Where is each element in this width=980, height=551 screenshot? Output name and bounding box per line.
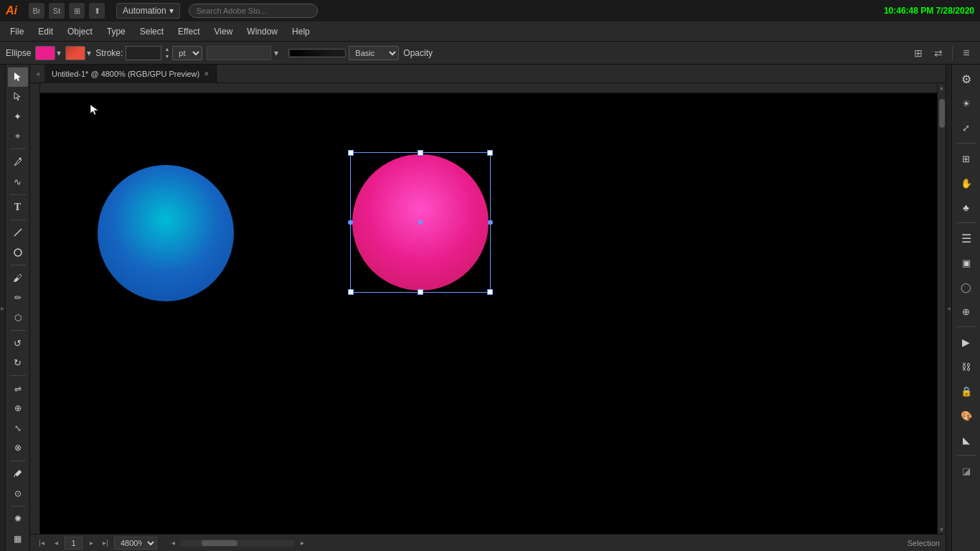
- menu-file[interactable]: File: [3, 24, 31, 39]
- blend-tool-btn[interactable]: ⊙: [8, 484, 28, 503]
- handle-mr[interactable]: [488, 220, 493, 225]
- shaper-tool-btn[interactable]: ⬡: [8, 309, 28, 328]
- menu-help[interactable]: Help: [285, 24, 317, 39]
- play-panel-btn[interactable]: ▶: [955, 331, 978, 354]
- corner-panel-btn[interactable]: ◣: [955, 428, 978, 451]
- square-panel-btn[interactable]: ▣: [955, 251, 978, 274]
- pen-tool-btn[interactable]: [8, 152, 28, 171]
- scroll-up-btn[interactable]: ▲: [938, 83, 946, 92]
- handle-ml[interactable]: [348, 220, 353, 225]
- menu-effect[interactable]: Effect: [171, 24, 207, 39]
- hscroll-left-btn[interactable]: ◂: [167, 537, 179, 549]
- canvas-viewport[interactable]: [40, 93, 937, 534]
- hand-panel-btn[interactable]: ✋: [955, 171, 978, 194]
- blue-circle: [98, 165, 234, 301]
- zoom-prev-btn[interactable]: |◂: [36, 537, 47, 549]
- magic-wand-tool-btn[interactable]: ✦: [8, 107, 28, 126]
- hscroll-thumb[interactable]: [202, 540, 237, 546]
- ellipse-tool-btn[interactable]: [8, 243, 28, 263]
- paintbrush-tool-btn[interactable]: 🖌: [8, 268, 28, 288]
- handle-br[interactable]: [487, 289, 493, 295]
- puppet-warp-tool-btn[interactable]: ⊗: [8, 438, 28, 458]
- menu-edit[interactable]: Edit: [31, 24, 60, 39]
- workspace-btn[interactable]: ⊞: [69, 3, 85, 19]
- symbol-sprayer-btn[interactable]: ✺: [8, 509, 28, 529]
- bridge-btn[interactable]: Br: [29, 3, 44, 19]
- free-transform-tool-btn[interactable]: ⤡: [8, 418, 28, 438]
- hscroll-track[interactable]: [180, 540, 295, 547]
- circle-panel-btn[interactable]: ◯: [955, 276, 978, 298]
- menu-lines-panel-btn[interactable]: ☰: [955, 227, 978, 250]
- lock-panel-btn[interactable]: 🔒: [955, 380, 978, 402]
- left-collapse-toggle[interactable]: ▸: [0, 65, 6, 551]
- scroll-down-btn[interactable]: ▼: [938, 525, 946, 534]
- pencil-tool-btn[interactable]: ✏: [8, 288, 28, 308]
- handle-tr[interactable]: [487, 150, 493, 156]
- basic-dropdown[interactable]: Basic: [349, 46, 399, 60]
- menu-window[interactable]: Window: [240, 24, 285, 39]
- rotate-tool-btn[interactable]: ↺: [8, 334, 28, 353]
- selection-tool-btn[interactable]: [8, 67, 28, 87]
- automation-dropdown[interactable]: Automation ▾: [116, 3, 180, 19]
- document-tab[interactable]: Untitled-1* @ 4800% (RGB/GPU Preview) ×: [44, 65, 217, 83]
- tab-close-btn[interactable]: ×: [204, 69, 209, 79]
- page-next-btn[interactable]: ▸: [85, 537, 97, 549]
- fill-input[interactable]: [207, 46, 271, 60]
- menu-icon-btn[interactable]: ≡: [958, 45, 974, 61]
- reflect-tool-btn[interactable]: ↻: [8, 354, 28, 373]
- menu-object[interactable]: Object: [60, 24, 100, 39]
- curvature-tool-btn[interactable]: ∿: [8, 172, 28, 192]
- zoom-dropdown[interactable]: 4800% 3200% 1600% 800% 400% 100%: [114, 537, 157, 550]
- arrange-btn[interactable]: ⊞: [910, 45, 926, 61]
- stroke-dropdown[interactable]: pt px: [172, 46, 202, 60]
- direct-selection-tool-btn[interactable]: [8, 88, 28, 107]
- stroke-up-arrow[interactable]: ▲: [164, 46, 169, 53]
- handle-bl[interactable]: [348, 289, 354, 295]
- line-tool-btn[interactable]: [8, 223, 28, 242]
- handle-tc[interactable]: [418, 150, 423, 156]
- expand-panel-btn[interactable]: ⤢: [955, 116, 978, 139]
- upload-btn[interactable]: ⬆: [89, 3, 105, 19]
- eyedropper-tool-btn[interactable]: [8, 464, 28, 484]
- zoom-next-btn[interactable]: ▸|: [100, 537, 111, 549]
- stroke-down-arrow[interactable]: ▼: [164, 53, 169, 60]
- transform-btn[interactable]: ⇄: [930, 45, 946, 61]
- stroke-dropdown-arrow[interactable]: ▾: [87, 48, 91, 58]
- grid-panel-btn[interactable]: ⊞: [955, 147, 978, 170]
- scroll-thumb-v[interactable]: [939, 99, 945, 128]
- libraries-panel-btn[interactable]: ☀: [955, 92, 978, 115]
- scale-tool-btn[interactable]: ⊕: [8, 399, 28, 418]
- column-graph-btn[interactable]: ▦: [8, 529, 28, 548]
- fill-dropdown-arrow[interactable]: ▾: [57, 48, 61, 58]
- menu-select[interactable]: Select: [133, 24, 171, 39]
- type-tool-btn[interactable]: T: [8, 198, 28, 217]
- warp-tool-btn[interactable]: ⇌: [8, 379, 28, 398]
- search-input[interactable]: [189, 4, 318, 18]
- right-collapse-toggle[interactable]: ◂: [946, 65, 951, 551]
- page-input[interactable]: 1: [65, 537, 83, 550]
- vertical-scrollbar[interactable]: ▲ ▼: [937, 83, 946, 534]
- scroll-track-v[interactable]: [938, 92, 946, 525]
- link-panel-btn[interactable]: ⛓: [955, 355, 978, 378]
- lasso-tool-btn[interactable]: ⌖: [8, 127, 28, 146]
- fill-color-swatch[interactable]: [35, 46, 55, 60]
- club-panel-btn[interactable]: ♣: [955, 196, 978, 219]
- hscroll-right-btn[interactable]: ▸: [296, 537, 308, 549]
- overlap-panel-btn[interactable]: ⊕: [955, 300, 978, 323]
- menu-type[interactable]: Type: [100, 24, 133, 39]
- page-prev-btn[interactable]: ◂: [50, 537, 62, 549]
- tab-scroll-left[interactable]: ◂: [30, 65, 44, 83]
- properties-panel-btn[interactable]: ⚙: [955, 67, 978, 90]
- stroke-input[interactable]: [126, 46, 161, 60]
- menu-view[interactable]: View: [207, 24, 240, 39]
- fill-dropdown-arrow2[interactable]: ▾: [274, 48, 278, 58]
- selection-box: [350, 152, 491, 293]
- stock-btn[interactable]: St: [49, 3, 65, 19]
- handle-bc[interactable]: [418, 289, 423, 295]
- stroke-color-swatch[interactable]: [65, 46, 85, 60]
- stroke-box: Stroke: ▲ ▼ pt px: [95, 46, 202, 60]
- handle-tl[interactable]: [348, 150, 354, 156]
- canvas-scroll: ▲ ▼: [30, 83, 946, 534]
- layers-panel-btn[interactable]: ◪: [955, 459, 978, 482]
- palette-panel-btn[interactable]: 🎨: [955, 404, 978, 427]
